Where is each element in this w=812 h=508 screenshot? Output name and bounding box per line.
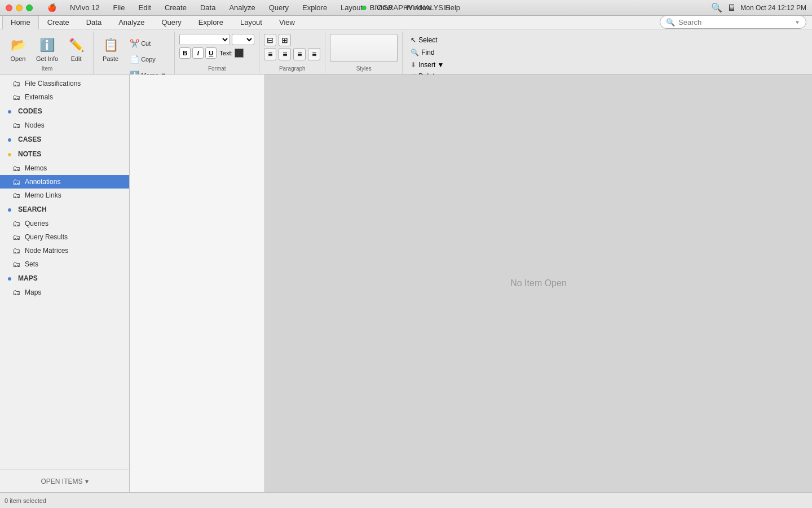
cut-icon: ✂️: [129, 38, 140, 49]
menu-app-name[interactable]: NVivo 12: [68, 2, 102, 13]
open-items-chevron-icon: ▾: [85, 478, 89, 485]
sidebar-section-search[interactable]: ● SEARCH: [0, 202, 129, 217]
content-area: No Item Open: [265, 75, 812, 492]
nodes-icon: 🗂: [11, 121, 21, 130]
edit-icon: ✏️: [67, 36, 85, 54]
para-col2-button[interactable]: ⊞: [279, 34, 291, 46]
titlebar-right: 🔍 🖥 Mon Oct 24 12:12 PM: [711, 2, 806, 13]
get-info-icon: ℹ️: [38, 36, 56, 54]
queries-icon: 🗂: [11, 219, 21, 228]
notes-section-label: NOTES: [18, 150, 41, 158]
tab-explore[interactable]: Explore: [190, 15, 232, 29]
menu-create[interactable]: Create: [162, 2, 189, 13]
paste-button[interactable]: 📋 Paste: [98, 34, 123, 64]
search-input[interactable]: [678, 18, 791, 27]
sidebar-item-memos[interactable]: 🗂 Memos: [0, 161, 129, 175]
menu-layout[interactable]: Layout: [338, 2, 365, 13]
cases-section-icon: ●: [5, 135, 15, 144]
sidebar-item-label-annotations: Annotations: [25, 178, 60, 186]
search-section-label: SEARCH: [18, 205, 47, 213]
maximize-button[interactable]: [26, 5, 33, 11]
search-icon: 🔍: [666, 18, 675, 27]
edit-button[interactable]: ✏️ Edit: [64, 34, 89, 64]
notes-section-icon: ●: [5, 150, 15, 159]
tab-query[interactable]: Query: [153, 15, 189, 29]
sidebar-item-memo-links[interactable]: 🗂 Memo Links: [0, 189, 129, 202]
find-label: Find: [421, 49, 434, 56]
file-classifications-icon: 🗂: [11, 79, 21, 88]
find-button[interactable]: 🔍 Find: [407, 47, 438, 58]
sidebar-item-query-results[interactable]: 🗂 Query Results: [0, 230, 129, 244]
menu-data[interactable]: Data: [198, 2, 218, 13]
get-info-button[interactable]: ℹ️ Get Info: [33, 34, 61, 64]
sidebar-item-nodes[interactable]: 🗂 Nodes: [0, 119, 129, 132]
insert-icon: ⬇: [411, 61, 416, 69]
project-status-dot: [362, 6, 367, 10]
tab-create[interactable]: Create: [39, 15, 78, 29]
italic-button[interactable]: I: [192, 47, 204, 59]
search-dropdown-icon[interactable]: ▼: [795, 19, 800, 25]
styles-box[interactable]: [330, 34, 398, 62]
search-bar[interactable]: 🔍 ▼: [660, 15, 806, 29]
menu-file[interactable]: File: [111, 2, 127, 13]
bold-button[interactable]: B: [179, 47, 191, 59]
menu-apple[interactable]: 🍎: [45, 2, 59, 13]
insert-button[interactable]: ⬇ Insert ▼: [407, 60, 447, 70]
maps-icon: 🗂: [11, 288, 21, 297]
edit-label: Edit: [71, 55, 82, 62]
open-button[interactable]: 📂 Open: [6, 34, 30, 64]
sidebar-footer[interactable]: OPEN ITEMS ▾: [0, 470, 129, 492]
align-justify-button[interactable]: ≡: [308, 48, 320, 60]
sidebar-section-cases[interactable]: ● CASES: [0, 132, 129, 147]
cut-label: Cut: [141, 40, 151, 47]
tab-home[interactable]: Home: [2, 15, 39, 29]
align-right-button[interactable]: ≡: [293, 48, 306, 60]
sidebar-item-node-matrices[interactable]: 🗂 Node Matrices: [0, 244, 129, 257]
ribbon-group-paragraph: ⊟ ⊞ ≡ ≡ ≡ ≡ Paragraph: [262, 32, 325, 74]
sidebar-item-maps[interactable]: 🗂 Maps: [0, 286, 129, 299]
sidebar-item-sets[interactable]: 🗂 Sets: [0, 257, 129, 271]
tab-analyze[interactable]: Analyze: [110, 15, 153, 29]
menu-edit[interactable]: Edit: [136, 2, 153, 13]
maps-section-label: MAPS: [18, 274, 38, 282]
font-family-select[interactable]: [179, 34, 230, 45]
para-col-button[interactable]: ⊟: [264, 34, 276, 46]
clock: Mon Oct 24 12:12 PM: [740, 4, 806, 12]
sidebar-item-queries[interactable]: 🗂 Queries: [0, 217, 129, 230]
sidebar-item-label-memo-links: Memo Links: [25, 191, 61, 199]
text-color-swatch[interactable]: [235, 49, 244, 58]
tab-layout[interactable]: Layout: [232, 15, 271, 29]
search-section-icon: ●: [5, 205, 15, 214]
sidebar-item-externals[interactable]: 🗂 Externals: [0, 90, 129, 104]
find-icon: 🔍: [411, 49, 419, 56]
styles-group-label: Styles: [330, 64, 398, 72]
para-row-top: ⊟ ⊞: [264, 34, 320, 46]
minimize-button[interactable]: [16, 5, 23, 11]
sidebar-section-maps[interactable]: ● MAPS: [0, 271, 129, 286]
sidebar-section-codes[interactable]: ● CODES: [0, 104, 129, 119]
align-center-button[interactable]: ≡: [279, 48, 291, 60]
menu-explore[interactable]: Explore: [300, 2, 329, 13]
tab-view[interactable]: View: [271, 15, 303, 29]
project-title: BIOGRAPHY ANALYSIS: [362, 3, 451, 12]
ribbon-group-styles: Styles: [328, 32, 403, 74]
font-size-select[interactable]: [232, 34, 254, 45]
sidebar-item-file-classifications[interactable]: 🗂 File Classifications: [0, 77, 129, 90]
sidebar-item-annotations[interactable]: 🗂 Annotations: [0, 175, 129, 189]
cut-button[interactable]: ✂️ Cut: [125, 36, 170, 51]
menu-analyze[interactable]: Analyze: [227, 2, 257, 13]
select-button[interactable]: ↖ Select: [407, 35, 440, 45]
statusbar: 0 item selected: [0, 492, 812, 508]
copy-icon: 📄: [129, 54, 140, 65]
tab-data[interactable]: Data: [78, 15, 110, 29]
window-controls: [6, 5, 33, 11]
sidebar-item-label-maps: Maps: [25, 288, 41, 296]
align-left-button[interactable]: ≡: [264, 48, 276, 60]
sidebar-section-notes[interactable]: ● NOTES: [0, 147, 129, 161]
ribbon-group-format: B I U Text: Format: [177, 32, 259, 74]
close-button[interactable]: [6, 5, 12, 11]
menu-query[interactable]: Query: [267, 2, 291, 13]
underline-button[interactable]: U: [205, 47, 217, 59]
ribbon-group-item: 📂 Open ℹ️ Get Info ✏️ Edit Item: [3, 32, 94, 74]
copy-button[interactable]: 📄 Copy: [125, 52, 170, 67]
